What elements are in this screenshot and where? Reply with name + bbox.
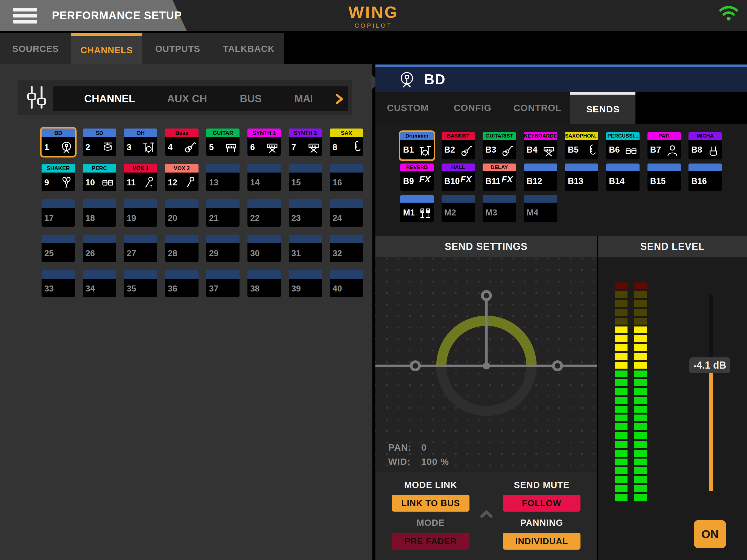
send-cell-B10[interactable]: HALLB10FX <box>442 163 475 191</box>
channel-cell-5[interactable]: GUITAR5 <box>206 128 239 156</box>
send-mute-follow-button[interactable]: FOLLOW <box>503 495 581 512</box>
tab-sources[interactable]: SOURCES <box>0 33 71 64</box>
chevron-right-icon[interactable] <box>335 94 343 104</box>
send-cell-B5[interactable]: SAXOPHON...B5 <box>565 132 598 159</box>
meter-segment <box>634 318 647 325</box>
panning-individual-button[interactable]: INDIVIDUAL <box>503 533 581 550</box>
send-cell-M4[interactable]: M4 <box>524 195 557 222</box>
link-to-bus-button[interactable]: LINK TO BUS <box>392 495 469 512</box>
meter-segment <box>615 344 627 351</box>
channel-cell-25[interactable]: 25 <box>42 235 75 262</box>
pan-right-handle[interactable] <box>553 362 562 370</box>
channel-cell-37[interactable]: 37 <box>206 270 239 297</box>
send-on-button[interactable]: ON <box>694 520 726 548</box>
send-cell-B15[interactable]: B15 <box>647 163 681 191</box>
channel-cell-17[interactable]: 17 <box>42 199 75 227</box>
channel-cell-8[interactable]: SAX8 <box>330 128 363 156</box>
meter-segment <box>615 397 627 404</box>
send-level-value[interactable]: -4.1 dB <box>689 357 730 373</box>
send-cell-B2[interactable]: BASSISTB2 <box>442 132 475 159</box>
tab-custom[interactable]: CUSTOM <box>376 92 440 124</box>
send-cell-B8[interactable]: MICHAB8 <box>689 132 722 159</box>
channel-cell-1[interactable]: BD1 <box>42 128 75 156</box>
channel-cell-39[interactable]: 39 <box>289 270 322 297</box>
send-cell-M1[interactable]: M1 <box>400 195 434 222</box>
chevron-up-icon[interactable] <box>480 510 493 518</box>
cell-color-tag: VOX 1 <box>124 164 157 173</box>
channel-cell-16[interactable]: 16 <box>330 164 363 191</box>
channel-cell-11[interactable]: VOX 111 <box>124 164 157 191</box>
send-cell-B9[interactable]: REVERBB9FX <box>400 163 434 191</box>
channel-cell-32[interactable]: 32 <box>330 235 363 262</box>
channel-cell-12[interactable]: VOX 212 <box>165 164 199 191</box>
channel-cell-36[interactable]: 36 <box>165 270 199 297</box>
channel-cell-18[interactable]: 18 <box>83 199 116 227</box>
send-cell-B3[interactable]: GUITARISTB3 <box>483 132 516 159</box>
channel-cell-33[interactable]: 33 <box>42 270 75 297</box>
channel-cell-23[interactable]: 23 <box>289 199 322 227</box>
menu-icon[interactable] <box>13 8 37 24</box>
snare-icon <box>101 141 114 154</box>
send-cell-B1[interactable]: DrummerB1 <box>400 132 434 159</box>
send-cell-M2[interactable]: M2 <box>442 195 475 222</box>
pan-top-handle[interactable] <box>482 291 491 300</box>
send-cell-B6[interactable]: PERCUSSI...B6 <box>606 132 640 159</box>
channel-cell-26[interactable]: 26 <box>83 235 116 262</box>
meter-segment <box>634 379 647 386</box>
channel-cell-22[interactable]: 22 <box>248 199 281 227</box>
channel-cell-14[interactable]: 14 <box>248 164 281 191</box>
channel-cell-24[interactable]: 24 <box>330 199 363 227</box>
channel-cell-13[interactable]: 13 <box>206 164 239 191</box>
type-bus[interactable]: BUS <box>240 86 262 111</box>
cell-color-tag <box>206 235 239 244</box>
channel-cell-34[interactable]: 34 <box>83 270 116 297</box>
send-cell-B13[interactable]: B13 <box>565 163 598 191</box>
cell-color-tag: HALL <box>442 163 475 171</box>
channel-cell-31[interactable]: 31 <box>289 235 322 262</box>
tab-talkback[interactable]: TALKBACK <box>213 33 284 64</box>
channel-cell-10[interactable]: PERC10 <box>83 164 116 191</box>
channel-cell-19[interactable]: 19 <box>124 199 157 227</box>
channel-cell-7[interactable]: SYNTH 27 <box>289 128 322 156</box>
channel-cell-3[interactable]: OH3 <box>124 128 157 156</box>
send-cell-B14[interactable]: B14 <box>606 163 640 191</box>
send-cell-B11[interactable]: DELAYB11FX <box>483 163 516 191</box>
type-aux-ch[interactable]: AUX CH <box>167 86 207 111</box>
wifi-icon[interactable] <box>718 3 740 25</box>
channel-cell-30[interactable]: 30 <box>248 235 281 262</box>
type-main-clipped[interactable]: MAIN <box>290 86 312 111</box>
channel-cell-29[interactable]: 29 <box>206 235 239 262</box>
send-cell-B4[interactable]: KEYBOARDERB4 <box>524 132 557 159</box>
channel-cell-20[interactable]: 20 <box>165 199 199 227</box>
channel-cell-15[interactable]: 15 <box>289 164 322 191</box>
mic-icon <box>183 176 197 189</box>
channel-cell-35[interactable]: 35 <box>124 270 157 297</box>
cell-id: 34 <box>85 280 95 297</box>
pan-left-handle[interactable] <box>411 362 419 370</box>
tab-channels[interactable]: CHANNELS <box>71 33 142 64</box>
type-channel[interactable]: CHANNEL <box>84 86 135 111</box>
tab-sends[interactable]: SENDS <box>570 92 636 124</box>
cell-id: B8 <box>691 142 702 158</box>
pre-fader-button[interactable]: PRE FADER <box>392 533 469 550</box>
send-cell-M3[interactable]: M3 <box>483 195 516 222</box>
type-main[interactable]: MAIN <box>294 86 312 111</box>
send-cell-B7[interactable]: PATIB7 <box>647 132 681 159</box>
channel-cell-2[interactable]: SD2 <box>83 128 116 156</box>
tab-config[interactable]: CONFIG <box>440 92 505 124</box>
send-cell-B12[interactable]: B12 <box>524 163 557 191</box>
send-fader-fill[interactable] <box>709 367 713 491</box>
channel-cell-4[interactable]: Bass4 <box>165 128 199 156</box>
channel-cell-21[interactable]: 21 <box>206 199 239 227</box>
channel-cell-38[interactable]: 38 <box>248 270 281 297</box>
tab-outputs[interactable]: OUTPUTS <box>142 33 213 64</box>
channel-cell-9[interactable]: SHAKER9 <box>42 164 75 191</box>
channel-cell-27[interactable]: 27 <box>124 235 157 262</box>
meter-segment <box>615 309 627 316</box>
channel-cell-28[interactable]: 28 <box>165 235 199 262</box>
send-cell-B16[interactable]: B16 <box>689 163 722 191</box>
channel-cell-40[interactable]: 40 <box>330 270 363 297</box>
tab-control[interactable]: CONTROL <box>505 92 570 124</box>
channel-cell-6[interactable]: SYNTH 16 <box>248 128 281 156</box>
pan-width-control[interactable] <box>376 257 597 472</box>
